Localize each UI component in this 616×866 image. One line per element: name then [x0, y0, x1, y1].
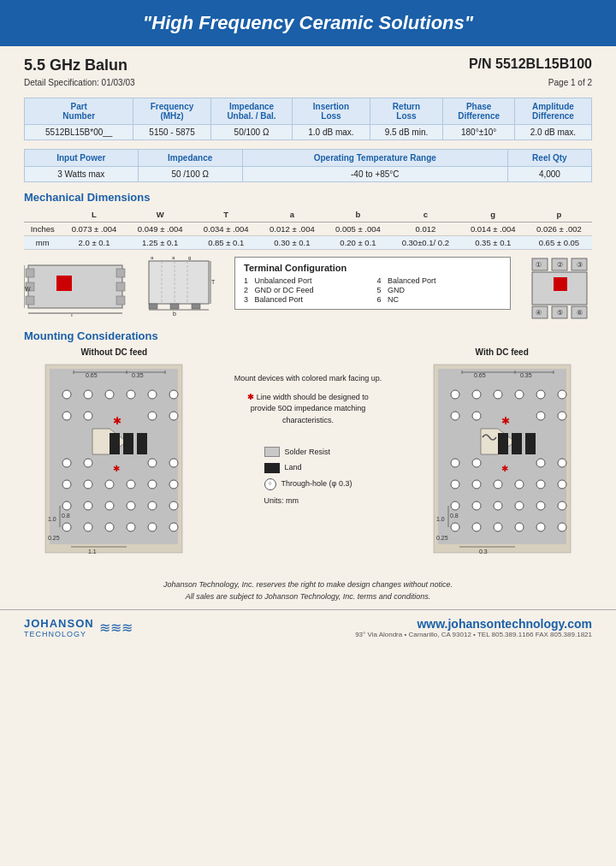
logo-waves-icon: ≋≋≋ [99, 620, 133, 636]
svg-text:1.0: 1.0 [48, 516, 56, 522]
svg-rect-52 [123, 433, 133, 454]
svg-point-58 [148, 390, 157, 399]
mounting-with-dc: With DC feed 0.65 0.35 [412, 347, 592, 557]
svg-text:1.0: 1.0 [436, 516, 445, 522]
terminal-item-4: 4 Balanced Port [377, 276, 502, 285]
terminal-item-3: 3 Balanced Port [244, 295, 369, 304]
terminal-heading: Terminal Configuration [244, 263, 501, 273]
svg-point-67 [169, 459, 178, 467]
col-return-loss: ReturnLoss [370, 98, 443, 125]
svg-point-116 [558, 412, 566, 420]
header-banner: "High Frequency Ceramic Solutions" [0, 0, 616, 46]
svg-point-72 [148, 480, 157, 489]
svg-rect-3 [26, 296, 34, 305]
mounting-diagrams: Without DC feed 0.65 0.35 [24, 347, 592, 557]
svg-text:✱: ✱ [501, 464, 508, 473]
svg-point-60 [62, 412, 71, 420]
svg-point-63 [169, 412, 178, 420]
col-input-power: Input Power [25, 150, 139, 167]
legend-land: Land [264, 462, 352, 474]
legend-solder-resist-label: Solder Resist [285, 447, 331, 459]
without-dc-svg: 0.65 0.35 ✱ [41, 360, 187, 557]
svg-point-76 [105, 501, 114, 510]
spec-table: PartNumber Frequency(MHz) ImpedanceUnbal… [24, 98, 592, 140]
footer-bar: JOHANSON TECHNOLOGY ≋≋≋ www.johansontech… [0, 609, 616, 645]
col-op-temp: Operating Temperature Range [242, 150, 507, 167]
svg-point-122 [472, 480, 481, 489]
mech-row-mm: mm 2.0 ± 0.1 1.25 ± 0.1 0.85 ± 0.1 0.30 … [24, 236, 592, 250]
mech-col-0 [24, 207, 61, 222]
footer-note-1: Johanson Technology, Inc. reserves the r… [0, 579, 616, 591]
terminal-item-6: 6 NC [377, 295, 502, 304]
svg-text:1.1: 1.1 [88, 549, 97, 555]
svg-text:0.35: 0.35 [520, 372, 532, 378]
mech-col-L: L [61, 207, 127, 222]
svg-point-81 [84, 523, 92, 531]
svg-point-134 [472, 523, 481, 531]
legend-solder-resist: Solder Resist [264, 447, 352, 459]
mounting-center-note: Mount devices with colored mark facing u… [218, 347, 399, 507]
doc-title: 5.5 GHz Balun [24, 56, 127, 74]
svg-point-125 [536, 480, 545, 489]
col-impedance: ImpedanceUnbal. / Bal. [210, 98, 293, 125]
svg-text:0.3: 0.3 [479, 549, 488, 555]
svg-point-136 [515, 523, 524, 531]
legend-units: Units: mm [264, 495, 352, 507]
svg-rect-12 [149, 261, 209, 304]
svg-point-78 [148, 501, 157, 510]
svg-rect-106 [525, 433, 536, 454]
cell-phase-diff: 180°±10° [443, 125, 514, 140]
svg-point-127 [451, 501, 459, 510]
svg-text:0.65: 0.65 [474, 372, 486, 378]
website-addr: 93° Via Alondra • Camarillo, CA 93012 • … [355, 631, 592, 638]
without-dc-label: Without DC feed [24, 347, 204, 357]
terminal-item-2: 2 GND or DC Feed [244, 286, 369, 294]
svg-point-118 [472, 459, 481, 467]
website-info: www.johansontechnology.com 93° Via Alond… [355, 617, 592, 638]
terminal-config-box: Terminal Configuration 1 Unbalanced Port… [234, 257, 511, 310]
col-impedance2: Impedance [138, 150, 242, 167]
svg-point-56 [105, 390, 114, 399]
cell-reel-qty: 4,000 [507, 167, 591, 182]
mount-note-line2: Line width should be designed toprovide … [251, 393, 369, 424]
svg-point-59 [169, 390, 178, 399]
svg-text:0.35: 0.35 [132, 372, 144, 378]
svg-point-84 [148, 523, 157, 531]
col-part-number: PartNumber [25, 98, 133, 125]
svg-text:0.65: 0.65 [86, 372, 98, 378]
svg-text:③: ③ [577, 261, 583, 269]
svg-point-131 [536, 501, 545, 510]
svg-point-113 [451, 412, 459, 420]
terminal-item-5: 5 GND [377, 286, 502, 294]
mech-col-b: b [325, 207, 391, 222]
svg-text:b: b [173, 311, 176, 317]
svg-point-82 [105, 523, 114, 531]
svg-text:a: a [172, 257, 175, 260]
diagram-top-view: L W [24, 257, 127, 317]
svg-point-133 [451, 523, 459, 531]
terminal-item-1: 1 Unbalanced Port [244, 276, 369, 285]
svg-point-115 [536, 412, 545, 420]
svg-point-57 [127, 390, 135, 399]
svg-point-65 [84, 459, 92, 467]
svg-point-61 [84, 412, 92, 420]
detail-spec: Detail Specification: 01/03/03 [24, 78, 135, 87]
svg-point-55 [84, 390, 92, 399]
svg-point-109 [494, 390, 502, 399]
svg-point-124 [515, 480, 524, 489]
with-dc-label: With DC feed [412, 347, 592, 357]
svg-rect-33 [554, 277, 567, 291]
svg-point-77 [127, 501, 135, 510]
logo-name: JOHANSON [24, 617, 94, 630]
svg-point-123 [494, 480, 502, 489]
mounting-heading: Mounting Considerations [24, 329, 592, 342]
svg-point-83 [127, 523, 135, 531]
svg-point-129 [494, 501, 502, 510]
mech-col-T: T [193, 207, 259, 222]
svg-text:0.25: 0.25 [436, 535, 448, 541]
johanson-logo: JOHANSON TECHNOLOGY ≋≋≋ [24, 617, 133, 638]
cell-impedance: 50/100 Ω [210, 125, 293, 140]
mech-row-inches: Inches 0.073 ± .004 0.049 ± .004 0.034 ±… [24, 222, 592, 236]
col-reel-qty: Reel Qty [507, 150, 591, 167]
mech-table: L W T a b c g p Inches 0.073 ± .004 0.04… [24, 207, 592, 250]
